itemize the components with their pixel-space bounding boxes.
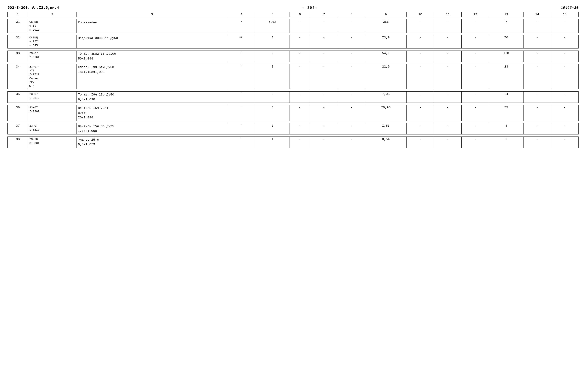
table-row: 3723-07 I-02I7Вентиль I5ч 8р Ду25 I,65хI…	[8, 123, 578, 134]
col-header-4: 4	[228, 12, 255, 17]
row-col12: -	[461, 92, 489, 103]
row-col10: -	[406, 136, 434, 148]
col-header-1: 1	[8, 12, 28, 17]
col-header-10: 10	[406, 12, 434, 17]
row-reference: 23-07 2-0I6I	[28, 51, 76, 62]
row-col13: I4	[489, 92, 523, 103]
doc-number: 19463-30	[561, 6, 578, 10]
row-col14: -	[523, 105, 551, 121]
row-col6: -	[290, 123, 310, 134]
row-col15: -	[551, 105, 578, 121]
row-unit: "	[228, 64, 255, 89]
row-description: То же, I9ч 2Iр Ду50 6,4хI,098	[76, 92, 228, 103]
row-col5: 2	[255, 92, 290, 103]
row-col7: -	[310, 123, 338, 134]
row-col8: -	[338, 51, 365, 62]
row-description: Клапан I9чI5гм Ду50 I8хI,I58хI,098	[76, 64, 228, 89]
spacer-row	[8, 121, 578, 123]
row-col14: -	[523, 64, 551, 89]
row-col14: -	[523, 136, 551, 148]
row-col12: -	[461, 64, 489, 89]
row-col15: -	[551, 51, 578, 62]
row-col11: -	[434, 35, 461, 48]
page-header: 503-I-200. Ал.I3.5,кн.4 — 397— 19463-30	[8, 6, 578, 10]
row-col6: -	[290, 51, 310, 62]
row-col13: 55	[489, 105, 523, 121]
row-col15: -	[551, 20, 578, 33]
row-col7: -	[310, 136, 338, 148]
row-col14: -	[523, 20, 551, 33]
row-col14: -	[523, 35, 551, 48]
row-col7: -	[310, 51, 338, 62]
row-col11: -	[434, 51, 461, 62]
table-row: 3823-I0 0I-03IФланец 25-6 0,5хI,079"I---…	[8, 136, 578, 148]
row-col13: 7	[489, 20, 523, 33]
row-col15: -	[551, 92, 578, 103]
row-col5: 0,02	[255, 20, 290, 33]
row-col10: -	[406, 105, 434, 121]
col-header-5: 5	[255, 12, 290, 17]
row-number: 31	[8, 20, 28, 33]
row-number: 38	[8, 136, 28, 148]
page-number: — 397—	[302, 6, 318, 10]
row-col5: 5	[255, 105, 290, 121]
table-header-row: 1 2 3 4 5 6 7 8 9 10 11 12 13 14 15	[8, 12, 578, 17]
row-col12: -	[461, 20, 489, 33]
row-col7: -	[310, 35, 338, 48]
spacer-row	[8, 48, 578, 51]
row-col12: -	[461, 136, 489, 148]
col-header-15: 15	[551, 12, 578, 17]
row-description: Кронштейны	[76, 20, 228, 33]
row-number: 34	[8, 64, 28, 89]
row-col15: -	[551, 123, 578, 134]
table-row: 3623-07 I-0309Вентиль I5ч 75пI Ду50 I0хI…	[8, 105, 578, 121]
col-header-9: 9	[365, 12, 406, 17]
row-col10: -	[406, 123, 434, 134]
col-header-12: 12	[461, 12, 489, 17]
row-description: Вентиль I5ч 8р Ду25 I,65хI,098	[76, 123, 228, 134]
row-col13: 4	[489, 123, 523, 134]
spacer-row	[8, 134, 578, 136]
row-unit: "	[228, 92, 255, 103]
col-header-7: 7	[310, 12, 338, 17]
row-col5: 2	[255, 123, 290, 134]
row-col12: -	[461, 51, 489, 62]
row-reference: 23-07 I-08I2	[28, 92, 76, 103]
row-reference: 23-07 I-02I7	[28, 123, 76, 134]
row-col8: -	[338, 35, 365, 48]
spacer-row	[8, 103, 578, 105]
row-unit: "	[228, 123, 255, 134]
row-unit: шт.	[228, 35, 255, 48]
row-col13: 23	[489, 64, 523, 89]
row-col6: -	[290, 92, 310, 103]
spacer-row	[8, 89, 578, 92]
row-col11: -	[434, 20, 461, 33]
row-col11: -	[434, 123, 461, 134]
row-col10: -	[406, 20, 434, 33]
row-col5: I	[255, 136, 290, 148]
row-description: Задвижка 30ч66бр Ду50	[76, 35, 228, 48]
row-unit: "	[228, 105, 255, 121]
col-header-6: 6	[290, 12, 310, 17]
row-reference: 23-07- -73 I-0720 Справ. ГКУ № 6	[28, 64, 76, 89]
row-col9: 0,54	[365, 136, 406, 148]
row-col12: -	[461, 35, 489, 48]
row-col8: -	[338, 123, 365, 134]
row-col15: -	[551, 136, 578, 148]
spacer-row	[8, 62, 578, 64]
row-col5: I	[255, 64, 290, 89]
main-table: 1 2 3 4 5 6 7 8 9 10 11 12 13 14 15 31СС…	[8, 12, 578, 148]
row-col11: -	[434, 64, 461, 89]
row-col14: -	[523, 51, 551, 62]
row-col14: -	[523, 92, 551, 103]
row-description: Вентиль I5ч 75пI Ду50 I0хI,098	[76, 105, 228, 121]
row-number: 36	[8, 105, 28, 121]
col-header-13: 13	[489, 12, 523, 17]
row-unit: "	[228, 51, 255, 62]
col-header-3: 3	[76, 12, 228, 17]
row-number: 35	[8, 92, 28, 103]
col-header-2: 2	[28, 12, 76, 17]
row-reference: ССРЦЦ ч.II п.2019	[28, 20, 76, 33]
row-reference: 23-07 I-0309	[28, 105, 76, 121]
row-col11: -	[434, 92, 461, 103]
